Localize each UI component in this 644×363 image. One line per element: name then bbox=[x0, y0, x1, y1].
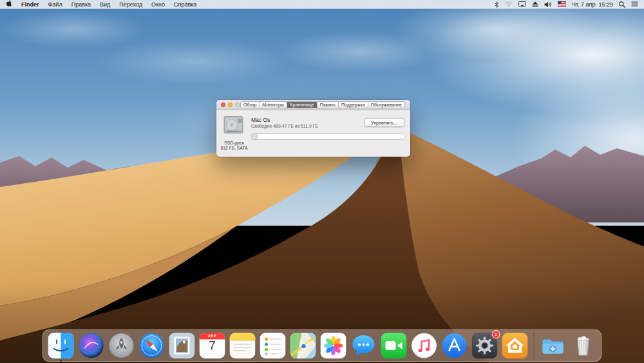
dock-item-trash[interactable] bbox=[571, 333, 596, 358]
dock-item-notes[interactable] bbox=[230, 333, 256, 358]
dock-separator bbox=[534, 332, 535, 359]
drive-type-label: SSD-диск bbox=[216, 141, 252, 146]
menu-finder[interactable]: Finder bbox=[21, 0, 39, 9]
manage-button[interactable]: Управлять… bbox=[365, 118, 404, 127]
dock-item-calendar[interactable]: АПР 7 bbox=[200, 333, 225, 358]
disk-name: Mac Os bbox=[251, 117, 270, 123]
dock-item-reminders[interactable] bbox=[260, 333, 286, 358]
traffic-lights bbox=[221, 103, 240, 107]
display-mirroring-icon[interactable] bbox=[518, 1, 526, 7]
menu-bar-status: Чт, 7 апр. 15:29 bbox=[495, 1, 638, 8]
apple-menu-icon[interactable] bbox=[6, 0, 12, 9]
dock-item-finder[interactable] bbox=[48, 333, 74, 358]
about-this-mac-window: Обзор Мониторы Хранилище Память Поддержк… bbox=[216, 100, 410, 157]
menu-file[interactable]: Файл bbox=[48, 0, 62, 9]
storage-used-segment bbox=[252, 134, 258, 139]
bluetooth-icon[interactable] bbox=[495, 1, 499, 8]
dock-item-home[interactable] bbox=[502, 333, 528, 358]
spotlight-icon[interactable] bbox=[619, 1, 625, 8]
disk-free-space-text: Свободно 489,47 ГБ из 511,9 ГБ bbox=[251, 124, 318, 128]
dock-item-itunes[interactable] bbox=[412, 333, 437, 358]
menu-window[interactable]: Окно bbox=[151, 0, 165, 9]
notification-badge: 1 bbox=[492, 330, 500, 338]
menu-help[interactable]: Справка bbox=[174, 0, 196, 9]
tab-support[interactable]: Поддержка bbox=[339, 102, 368, 108]
menu-view[interactable]: Вид bbox=[100, 0, 110, 9]
dock-item-facetime[interactable] bbox=[381, 333, 407, 358]
wifi-icon[interactable] bbox=[505, 1, 513, 7]
zoom-button-disabled bbox=[235, 103, 240, 107]
drive-spec-label: 512 ГБ, SATA bbox=[216, 146, 252, 151]
notification-center-icon[interactable] bbox=[631, 1, 638, 7]
dock-item-mail[interactable] bbox=[169, 333, 195, 358]
storage-usage-bar bbox=[251, 133, 404, 140]
window-titlebar[interactable]: Обзор Мониторы Хранилище Память Поддержк… bbox=[216, 100, 410, 110]
hard-drive-icon bbox=[223, 116, 243, 137]
calendar-day-label: 7 bbox=[200, 338, 225, 353]
window-tab-bar: Обзор Мониторы Хранилище Память Поддержк… bbox=[240, 101, 405, 108]
eject-icon[interactable] bbox=[532, 1, 538, 7]
menu-bar-clock[interactable]: Чт, 7 апр. 15:29 bbox=[572, 1, 613, 8]
dock: АПР 7 1 bbox=[43, 329, 602, 362]
keyboard-flag-icon[interactable] bbox=[558, 1, 566, 7]
finder-running-indicator bbox=[60, 360, 62, 362]
tab-overview[interactable]: Обзор bbox=[241, 102, 260, 108]
menu-edit[interactable]: Правка bbox=[71, 0, 91, 9]
dock-item-app-store[interactable] bbox=[442, 333, 468, 358]
tab-service[interactable]: Обслуживание bbox=[368, 102, 404, 108]
drive-caption: SSD-диск 512 ГБ, SATA bbox=[216, 141, 252, 151]
dock-item-photos[interactable] bbox=[321, 333, 346, 358]
tab-memory[interactable]: Память bbox=[317, 102, 339, 108]
menu-bar: Finder Файл Правка Вид Переход Окно Спра… bbox=[0, 0, 644, 9]
dock-item-downloads-folder[interactable] bbox=[540, 333, 566, 358]
close-button[interactable] bbox=[221, 103, 225, 107]
dock-item-maps[interactable] bbox=[290, 333, 316, 358]
minimize-button[interactable] bbox=[228, 103, 232, 107]
storage-pane: SSD-диск 512 ГБ, SATA Mac Os Свободно 48… bbox=[216, 110, 410, 156]
dock-item-siri[interactable] bbox=[79, 333, 104, 358]
mojave-wallpaper bbox=[0, 0, 644, 363]
tab-storage[interactable]: Хранилище bbox=[287, 102, 317, 108]
menu-go[interactable]: Переход bbox=[119, 0, 142, 9]
dock-item-system-preferences[interactable]: 1 bbox=[472, 333, 498, 358]
dock-item-safari[interactable] bbox=[139, 333, 165, 358]
calendar-month-label: АПР bbox=[200, 334, 225, 338]
menu-bar-left: Finder Файл Правка Вид Переход Окно Спра… bbox=[6, 0, 196, 9]
desktop: Finder Файл Правка Вид Переход Окно Спра… bbox=[0, 0, 644, 363]
volume-icon[interactable] bbox=[544, 1, 552, 8]
tab-displays[interactable]: Мониторы bbox=[260, 102, 287, 108]
dock-item-launchpad[interactable] bbox=[109, 333, 135, 358]
dock-item-messages[interactable] bbox=[351, 333, 377, 358]
